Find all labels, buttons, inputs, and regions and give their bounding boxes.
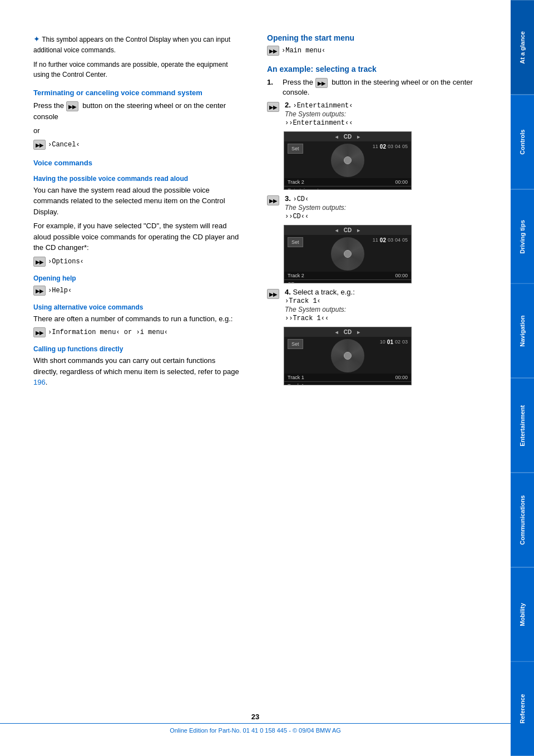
help-command-text: ›Help‹	[48, 287, 72, 294]
voice-button-icon: ▶▶	[66, 101, 78, 111]
step-3-output-text: ››CD‹‹	[285, 213, 309, 220]
cd-display-2: ◄ CD ► Set 11 02	[284, 225, 412, 283]
main-menu-command-text: ›Main menu‹	[281, 47, 325, 55]
sidebar-tab-communications[interactable]: Communications	[511, 473, 534, 567]
step-4-row: ▶▶ 4. Select a track, e.g.: ›Track 1‹ Th…	[267, 288, 500, 322]
cd-bottom-label-2: CD	[284, 279, 411, 283]
opening-start-menu-section: Opening the start menu ▶▶ ›Main menu‹	[267, 33, 500, 56]
cd-disc-3	[331, 339, 364, 372]
main-menu-command-line: ▶▶ ›Main menu‹	[267, 46, 500, 56]
cd-track-bar-1: Track 2 00:00	[284, 178, 411, 186]
terminating-text: Press the ▶▶ button on the steering whee…	[33, 100, 239, 122]
cd-top-bar-3: ◄ CD ►	[284, 327, 411, 337]
disc-visual-2	[331, 237, 364, 271]
voice-icon-step1: ▶▶	[315, 78, 328, 88]
cd-arrow-left-3: ◄	[334, 330, 339, 335]
footer-area: 23 Online Edition for Part-No. 01 41 0 1…	[0, 713, 511, 734]
sidebar: At a glance Controls Driving tips Naviga…	[511, 0, 534, 756]
step-4-output-text: ››Track 1‹‹	[285, 315, 329, 322]
cd-arrow-left-1: ◄	[334, 134, 339, 140]
disc-visual-3	[331, 339, 364, 372]
cd-bottom-label-3: Track 1	[284, 381, 411, 385]
example-section: An example: selecting a track 1. Press t…	[267, 65, 500, 385]
info-command-line: ▶▶ ›Information menu‹ or ›i menu‹	[33, 327, 239, 337]
calling-text: With short commands you can carry out ce…	[33, 355, 239, 388]
sidebar-tab-entertainment[interactable]: Entertainment	[511, 378, 534, 473]
disc-center-1	[344, 156, 352, 164]
having-text1: You can have the system read aloud the p…	[33, 185, 239, 218]
cd-numbers-2: 11 02 03 04 05	[373, 237, 408, 243]
terminating-title: Terminating or canceling voice command s…	[33, 89, 239, 97]
step-4-command: ›Track 1‹	[285, 297, 321, 305]
opening-start-menu-title: Opening the start menu	[267, 33, 500, 42]
sidebar-tab-navigation[interactable]: Navigation	[511, 283, 534, 378]
step-3-content: 3. ›CD‹ The System outputs: ››CD‹‹	[285, 194, 346, 220]
sidebar-tab-driving-tips[interactable]: Driving tips	[511, 189, 534, 284]
cd-num-13: 03	[388, 144, 393, 150]
voice-icon-info: ▶▶	[33, 327, 46, 337]
cd-num-33: 02	[395, 339, 400, 345]
calling-section: Calling up functions directly With short…	[33, 345, 239, 388]
step-2-content: 2. ›Entertainment‹ The System outputs: ›…	[285, 101, 353, 127]
step-2-row: ▶▶ 2. ›Entertainment‹ The System outputs…	[267, 101, 500, 127]
options-command-text: ›Options‹	[48, 258, 84, 266]
info-command-text: ›Information menu‹ or ›i menu‹	[48, 328, 168, 336]
example-title: An example: selecting a track	[267, 65, 500, 73]
step-2-num: 2.	[285, 101, 291, 109]
cd-set-btn-2[interactable]: Set	[288, 237, 303, 247]
cd-set-btn-1[interactable]: Set	[288, 144, 303, 154]
footer-text: Online Edition for Part-No. 01 41 0 158 …	[0, 723, 511, 734]
cd-top-label-3: CD	[344, 329, 352, 335]
cancel-command-text: ›Cancel‹	[48, 141, 80, 149]
sidebar-tab-at-a-glance[interactable]: At a glance	[511, 0, 534, 95]
voice-icon-main-menu: ▶▶	[267, 46, 279, 56]
cd-main-area-2: Set 11 02 03 04 05	[284, 235, 411, 279]
step-4-content: 4. Select a track, e.g.: ›Track 1‹ The S…	[285, 288, 355, 322]
voice-icon-help: ▶▶	[33, 286, 46, 296]
cd-bottom-label-1: Entertainment	[284, 186, 411, 190]
sidebar-tab-controls[interactable]: Controls	[511, 95, 534, 189]
cd-num-11: 11	[373, 144, 378, 150]
cd-num-31: 10	[380, 339, 385, 345]
opening-help-section: Opening help ▶▶ ›Help‹	[33, 274, 239, 296]
cd-track-bar-3: Track 1 00:00	[284, 374, 411, 381]
cd-track-name-1: Track 2	[288, 179, 304, 185]
cd-numbers-3: 10 01 02 03	[380, 339, 408, 345]
cd-top-bar-2: ◄ CD ►	[284, 225, 411, 235]
cd-disc-1	[331, 144, 364, 177]
intro-text: This symbol appears on the Control Displ…	[33, 36, 230, 54]
step-1-content: Press the ▶▶ button in the steering whee…	[283, 78, 500, 96]
sidebar-tab-mobility[interactable]: Mobility	[511, 567, 534, 662]
cd-top-bar-1: ◄ CD ►	[284, 132, 411, 141]
step-4-text: Select a track, e.g.:	[293, 288, 354, 296]
cd-num-34: 03	[402, 339, 408, 345]
cd-top-label-2: CD	[344, 227, 352, 233]
using-alternative-section: Using alternative voice commands There a…	[33, 303, 239, 338]
using-alternative-text: There are often a number of commands to …	[33, 313, 239, 325]
disc-center-3	[344, 352, 352, 360]
voice-icon-step3: ▶▶	[267, 195, 279, 205]
intro-text2: If no further voice commands are possibl…	[33, 60, 239, 80]
cd-num-24: 04	[395, 237, 400, 243]
cd-numbers-1: 11 02 03 04 05	[373, 144, 408, 150]
page-ref: 196	[33, 378, 46, 386]
cd-num-32: 01	[387, 339, 393, 345]
step-2-command: ›Entertainment‹	[293, 102, 353, 110]
cd-set-btn-3[interactable]: Set	[288, 339, 303, 349]
opening-help-title: Opening help	[33, 274, 239, 282]
cd-track-time-2: 00:00	[395, 273, 408, 278]
voice-icon-options: ▶▶	[33, 257, 46, 267]
having-text2: For example, if you have selected "CD", …	[33, 220, 239, 253]
having-section: Having the possible voice commands read …	[33, 175, 239, 267]
cancel-command-line: ▶▶ ›Cancel‹	[33, 140, 239, 150]
sidebar-tab-reference[interactable]: Reference	[511, 661, 534, 756]
cd-track-name-3: Track 1	[288, 375, 304, 380]
disc-visual-1	[331, 144, 364, 177]
terminating-or: or	[33, 125, 239, 136]
cd-num-14: 04	[395, 144, 400, 150]
step-4-num: 4.	[285, 288, 291, 296]
cd-num-15: 05	[402, 144, 408, 150]
cd-main-area-3: Set 10 01 02 03 Tr	[284, 337, 411, 381]
cd-display-1: ◄ CD ► Set 11 02	[284, 131, 412, 190]
cd-arrow-right-2: ►	[356, 228, 361, 233]
